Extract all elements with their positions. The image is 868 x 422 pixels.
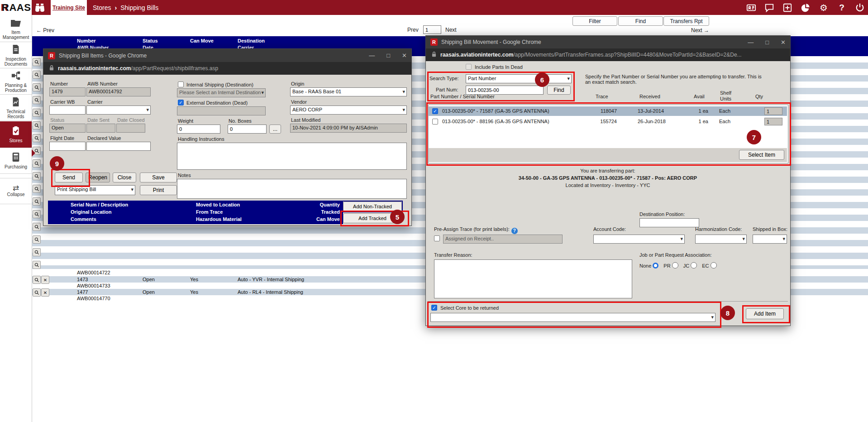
chat-icon[interactable]	[764, 2, 775, 13]
row-search-icon[interactable]	[33, 121, 41, 129]
row-delete-icon[interactable]: ✕	[41, 288, 49, 297]
col-status[interactable]: Status	[143, 38, 158, 43]
id-card-icon[interactable]	[746, 2, 757, 13]
print-button[interactable]: Print	[140, 185, 177, 195]
handling-instructions-textarea[interactable]	[177, 143, 407, 170]
row-search-icon[interactable]	[33, 197, 41, 206]
destination-position-input[interactable]	[639, 218, 699, 227]
row-delete-icon[interactable]: ✕	[41, 276, 49, 284]
maximize-icon[interactable]: □	[765, 39, 769, 46]
binoculars-icon[interactable]	[34, 2, 45, 13]
origin-select[interactable]: Base - RAAS Base 01	[290, 87, 407, 96]
active-item-arrow	[32, 149, 35, 157]
row-search-icon[interactable]	[33, 288, 41, 297]
row-number[interactable]: 1473	[77, 277, 88, 282]
row-search-icon[interactable]	[33, 96, 41, 104]
save-button[interactable]: Save	[140, 173, 177, 182]
row-search-icon[interactable]	[33, 276, 41, 284]
close-icon[interactable]: ✕	[402, 52, 407, 59]
add-non-tracked-button[interactable]: Add Non-Tracked	[343, 201, 402, 211]
minimize-icon[interactable]: —	[369, 52, 375, 59]
notes-textarea[interactable]	[177, 179, 407, 199]
row-search-icon[interactable]	[33, 235, 41, 244]
declared-value-input[interactable]	[86, 142, 151, 151]
pagination-prev[interactable]: Prev	[407, 27, 419, 33]
flight-date-label: Flight Date	[50, 135, 74, 141]
sidebar-item-technical-records[interactable]: Technical Records	[0, 95, 32, 121]
help-icon[interactable]: ?	[836, 2, 847, 13]
sidebar-collapse-button[interactable]: ⇄ Collapse	[0, 178, 32, 204]
close-icon[interactable]: ✕	[781, 39, 786, 46]
transfer-reason-textarea[interactable]	[434, 259, 632, 298]
col-number[interactable]: Number	[77, 38, 96, 43]
col-can-move[interactable]: Can Move	[190, 38, 214, 43]
internal-shipping-checkbox[interactable]	[178, 82, 184, 87]
sidebar-item-inspection-documents[interactable]: Inspection Documents	[0, 43, 32, 68]
filter-button[interactable]: Filter	[572, 16, 617, 26]
date-sent-label: Date Sent	[87, 117, 110, 123]
harmonization-code-label: Harmonization Code:	[695, 226, 742, 232]
add-window-icon[interactable]	[782, 2, 793, 13]
row-search-icon[interactable]	[33, 172, 41, 180]
account-code-select[interactable]	[593, 235, 685, 244]
gears-icon[interactable]: ⚙	[818, 2, 829, 13]
last-modified-label: Last Modified	[291, 117, 320, 123]
preassign-checkbox[interactable]	[434, 235, 440, 241]
include-dead-checkbox[interactable]	[466, 64, 472, 70]
popup2-url-bar[interactable]: raasais.aviationintertec.com/app/Movemen…	[426, 48, 790, 61]
pie-chart-icon[interactable]	[800, 2, 811, 13]
next-link[interactable]: Next →	[691, 27, 709, 34]
close-button[interactable]: Close	[113, 173, 136, 182]
radio-pr[interactable]	[672, 262, 678, 269]
radio-none[interactable]	[653, 263, 658, 269]
radio-ec[interactable]	[711, 262, 717, 269]
find-button[interactable]: Find	[618, 16, 663, 26]
sidebar-item-stores[interactable]: Stores	[0, 121, 32, 148]
row-search-icon[interactable]	[33, 223, 41, 231]
carrier-select[interactable]	[86, 106, 151, 115]
power-icon[interactable]	[854, 2, 865, 13]
annotation-5: 5	[390, 210, 405, 224]
weight-input[interactable]	[177, 125, 220, 134]
row-search-icon[interactable]	[33, 248, 41, 256]
row-search-icon[interactable]	[33, 159, 41, 168]
popup1-url-bar[interactable]: raasais.aviationintertec.com/app/PartReq…	[43, 62, 411, 75]
harmonization-code-select[interactable]	[695, 235, 747, 244]
boxes-lookup-button[interactable]: ...	[269, 125, 281, 134]
radio-jc[interactable]	[691, 262, 697, 269]
no-boxes-input[interactable]	[228, 125, 267, 134]
vendor-select[interactable]: AERO CORP	[290, 106, 407, 115]
row-search-icon[interactable]	[33, 83, 41, 91]
row-search-icon[interactable]	[33, 261, 41, 269]
col-destination[interactable]: Destination	[238, 38, 265, 43]
external-destination-checkbox[interactable]: ✓	[178, 100, 184, 106]
flight-date-input[interactable]	[49, 142, 86, 151]
row-search-icon[interactable]	[33, 134, 41, 142]
row-search-icon[interactable]	[33, 71, 41, 79]
row-search-icon[interactable]	[33, 109, 41, 117]
transfers-rpt-button[interactable]: Transfers Rpt	[663, 16, 709, 26]
prev-link[interactable]: ← Prev	[36, 27, 54, 34]
maximize-icon[interactable]: □	[386, 52, 390, 59]
sidebar-item-planning-production[interactable]: Planning & Production	[0, 69, 32, 95]
breadcrumb-separator-icon: ›	[114, 4, 117, 11]
sidebar-item-purchasing[interactable]: Purchasing	[0, 148, 32, 174]
pagination-next[interactable]: Next	[445, 27, 457, 33]
tab-training-site[interactable]: Training Site	[51, 0, 87, 15]
sidebar-item-item-management[interactable]: Item Management	[0, 16, 32, 42]
breadcrumb-stores[interactable]: Stores	[93, 4, 111, 11]
preassign-label: Pre-Assign Trace (for print labels):?	[434, 226, 518, 234]
row-number[interactable]: 1477	[77, 289, 88, 295]
popup1-title-bar[interactable]: R Shipping Bill Items - Google Chrome — …	[43, 49, 411, 62]
carrier-wb-input[interactable]	[49, 106, 86, 115]
handling-instructions-label: Handling Instructions	[178, 136, 224, 142]
minimize-icon[interactable]: —	[748, 39, 754, 46]
help-bubble-icon[interactable]: ?	[511, 228, 518, 234]
shipped-in-box-select[interactable]	[753, 235, 787, 244]
popup2-title-bar[interactable]: R Shipping Bill Movement - Google Chrome…	[426, 36, 790, 48]
row-search-icon[interactable]	[33, 58, 41, 66]
app-logo[interactable]: RRAAS	[0, 0, 32, 15]
row-search-icon[interactable]	[33, 210, 41, 218]
page-number-input[interactable]	[423, 25, 441, 34]
row-search-icon[interactable]	[33, 185, 41, 193]
